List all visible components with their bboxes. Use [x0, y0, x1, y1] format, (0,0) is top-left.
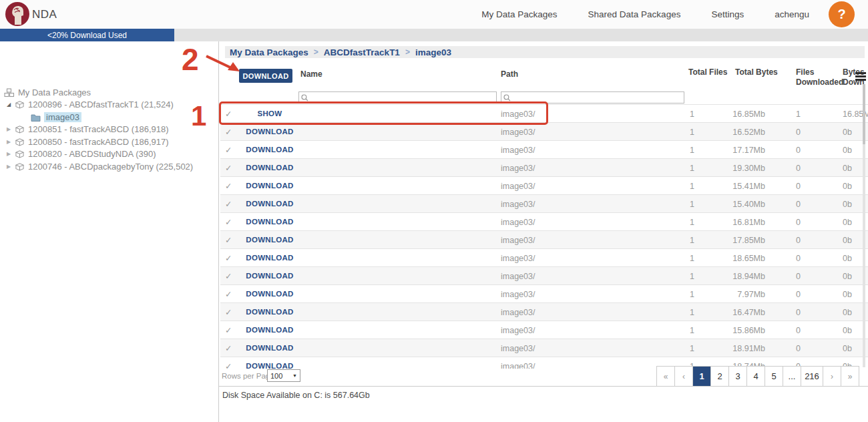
- row-path-cell: image03/: [501, 236, 548, 245]
- tree-item-package[interactable]: ▶1200746 - ABCDpackagebyTony (225,502): [5, 161, 193, 172]
- row-check-icon[interactable]: ✓: [225, 127, 232, 137]
- nav-item-shared-data-packages[interactable]: Shared Data Packages: [588, 9, 681, 19]
- row-path-cell: image03/: [501, 254, 548, 263]
- row-check-icon[interactable]: ✓: [225, 181, 232, 191]
- row-action-link[interactable]: DOWNLOAD: [240, 272, 299, 280]
- page-button-216[interactable]: 216: [801, 366, 823, 387]
- file-table: ✓SHOWNDARINV_baselineYear1Arm1_ABCD-T1-N…: [220, 104, 868, 369]
- row-check-icon[interactable]: ✓: [225, 307, 232, 317]
- page-button-5[interactable]: 5: [765, 366, 783, 387]
- row-check-icon[interactable]: ✓: [225, 109, 232, 119]
- column-header-name[interactable]: Name: [300, 69, 322, 79]
- nav-item-my-data-packages[interactable]: My Data Packages: [481, 9, 557, 19]
- tree-folder-label: image03: [44, 112, 81, 122]
- page-button-1[interactable]: 1: [692, 366, 711, 387]
- row-action-link[interactable]: DOWNLOAD: [240, 236, 299, 244]
- path-filter-input[interactable]: [512, 92, 682, 103]
- page-button-4[interactable]: 4: [746, 366, 765, 387]
- table-row: ✓DOWNLOADNDARINVCbaselineYear1Arm1_ABCD-…: [220, 321, 868, 339]
- row-check-icon[interactable]: ✓: [225, 289, 232, 299]
- row-action-link[interactable]: DOWNLOAD: [240, 344, 299, 352]
- tree-item-package[interactable]: ▶1200851 - fastTrackABCD (186,918): [5, 124, 169, 135]
- row-path-cell: image03/: [501, 164, 548, 173]
- name-filter-input[interactable]: [310, 92, 495, 103]
- rows-per-page-value: 100: [270, 372, 282, 380]
- row-total-bytes-cell: 16.52Mb: [712, 128, 765, 137]
- caret-collapsed-icon[interactable]: ▶: [5, 164, 12, 170]
- column-header-total-files[interactable]: Total Files: [688, 67, 728, 77]
- row-total-files-cell: 1: [654, 254, 694, 263]
- breadcrumb-item[interactable]: image03: [415, 47, 451, 57]
- tree-item-package[interactable]: ▶1200820 - ABCDStudyNDA (390): [5, 148, 156, 160]
- row-action-link[interactable]: DOWNLOAD: [240, 218, 299, 226]
- row-total-bytes-cell: 15.41Mb: [712, 182, 765, 191]
- nav-item-settings[interactable]: Settings: [711, 9, 744, 19]
- row-total-files-cell: 1: [654, 290, 694, 299]
- tree-root-my-data-packages[interactable]: My Data Packages: [4, 87, 91, 98]
- package-icon: [15, 100, 25, 109]
- page-button-3[interactable]: 3: [728, 366, 747, 387]
- rows-per-page-select[interactable]: 100 ▼: [267, 369, 300, 382]
- row-check-icon[interactable]: ✓: [225, 253, 232, 263]
- row-path-cell: image03/: [501, 182, 548, 191]
- column-header-total-bytes[interactable]: Total Bytes: [735, 67, 782, 77]
- page-button-»[interactable]: »: [841, 366, 859, 387]
- caret-collapsed-icon[interactable]: ▶: [5, 151, 12, 157]
- row-total-files-cell: 1: [654, 164, 694, 173]
- caret-collapsed-icon[interactable]: ▶: [5, 126, 12, 132]
- row-action-link[interactable]: DOWNLOAD: [240, 200, 299, 208]
- row-action-link[interactable]: DOWNLOAD: [240, 146, 299, 154]
- row-check-icon[interactable]: ✓: [225, 325, 232, 335]
- row-total-bytes-cell: 16.47Mb: [712, 308, 765, 317]
- breadcrumb-item[interactable]: ABCDfastTrackT1: [324, 47, 400, 57]
- row-check-icon[interactable]: ✓: [225, 343, 232, 353]
- row-total-files-cell: 1: [654, 110, 694, 119]
- caret-collapsed-icon[interactable]: ▶: [5, 139, 12, 145]
- breadcrumb-separator-icon: >: [405, 47, 410, 57]
- row-action-link[interactable]: DOWNLOAD: [240, 182, 299, 190]
- table-row: ✓DOWNLOADNDARINVbaselineYear1Arm1_ABCD-T…: [220, 158, 868, 176]
- row-action-link[interactable]: DOWNLOAD: [240, 308, 299, 316]
- row-files-downloaded-cell: 0: [796, 236, 823, 245]
- column-header-path[interactable]: Path: [501, 69, 518, 79]
- table-menu-icon[interactable]: [855, 72, 866, 82]
- page-button-‹[interactable]: ‹: [674, 366, 693, 387]
- name-filter-box: [298, 91, 497, 103]
- page-button-«[interactable]: «: [656, 366, 675, 387]
- column-header-files-downloaded[interactable]: Files Downloaded: [796, 67, 849, 87]
- footer-divider: [218, 386, 868, 387]
- row-action-link[interactable]: DOWNLOAD: [240, 290, 299, 298]
- row-action-link[interactable]: SHOW: [240, 110, 299, 118]
- tree-item-package[interactable]: ▶1200850 - fastTrackABCD (186,917): [5, 136, 169, 148]
- pagination: «‹12345...216›»: [657, 366, 859, 387]
- row-check-icon[interactable]: ✓: [225, 361, 232, 369]
- row-action-link[interactable]: DOWNLOAD: [240, 128, 299, 136]
- download-usage-badge: <20% Download Used: [0, 29, 174, 41]
- row-check-icon[interactable]: ✓: [225, 235, 232, 245]
- page-button-›[interactable]: ›: [823, 366, 841, 387]
- row-total-bytes-cell: 17.17Mb: [712, 146, 765, 155]
- row-total-bytes-cell: 18.94Mb: [712, 272, 765, 281]
- nav-item-achengu[interactable]: achengu: [775, 9, 809, 19]
- caret-expanded-icon[interactable]: ◢: [5, 101, 12, 108]
- row-action-link[interactable]: DOWNLOAD: [240, 326, 299, 334]
- row-path-cell: image03/: [501, 344, 548, 353]
- tree-item-folder[interactable]: image03: [31, 112, 81, 123]
- page-button-...[interactable]: ...: [783, 366, 801, 387]
- table-scrollbar-thumb[interactable]: [863, 84, 865, 144]
- row-check-icon[interactable]: ✓: [225, 145, 232, 155]
- row-check-icon[interactable]: ✓: [225, 163, 232, 173]
- help-button[interactable]: ?: [829, 1, 855, 27]
- row-check-icon[interactable]: ✓: [225, 271, 232, 281]
- row-path-cell: image03/: [501, 308, 548, 317]
- row-files-downloaded-cell: 0: [796, 182, 823, 191]
- row-check-icon[interactable]: ✓: [225, 217, 232, 227]
- row-action-link[interactable]: DOWNLOAD: [240, 254, 299, 262]
- download-selected-button[interactable]: DOWNLOAD: [239, 69, 292, 83]
- page-button-2[interactable]: 2: [710, 366, 729, 387]
- tree-root-label: My Data Packages: [18, 87, 91, 97]
- tree-item-package[interactable]: ◢1200896 - ABCDfastTrackT1 (21,524): [5, 99, 174, 110]
- row-action-link[interactable]: DOWNLOAD: [240, 164, 299, 172]
- row-action-link[interactable]: DOWNLOAD: [240, 362, 299, 369]
- row-check-icon[interactable]: ✓: [225, 199, 232, 209]
